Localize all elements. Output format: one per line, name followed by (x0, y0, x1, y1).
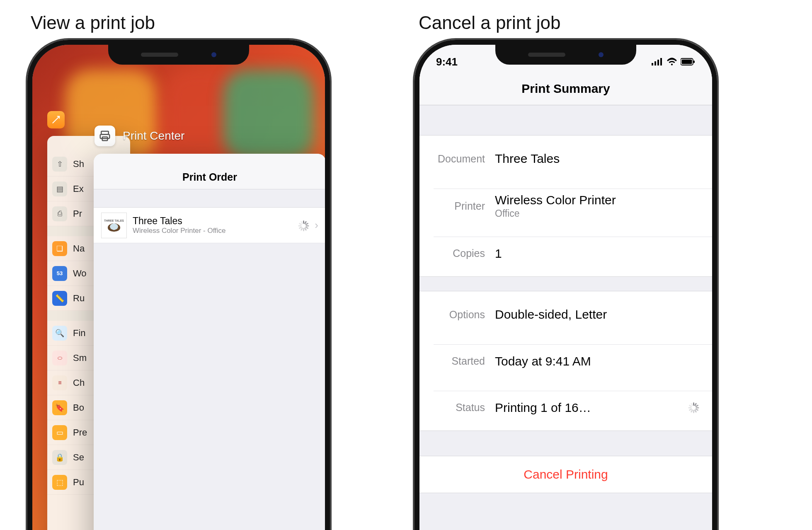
section-spacer (419, 105, 712, 135)
iphone-right: 9:41 Print Summary Document Three Tales (414, 40, 717, 530)
pages-menu-label: Pr (73, 208, 82, 219)
caption-view-print-job: View a print job (31, 12, 155, 33)
value-options: Double-sided, Letter (495, 307, 701, 322)
value-document: Three Tales (495, 152, 701, 166)
status-time: 9:41 (436, 56, 458, 68)
app-switcher-card-print-center[interactable]: Print Order THREE TALES Three Tales Wire… (94, 154, 326, 530)
svg-rect-3 (652, 63, 653, 65)
value-started: Today at 9:41 AM (495, 354, 701, 368)
pages-menu-label: Ru (73, 293, 85, 304)
row-copies: Copies 1 (419, 230, 712, 276)
list-spacer (94, 189, 326, 208)
svg-rect-9 (693, 61, 695, 63)
pages-menu-label: Bo (73, 402, 84, 413)
print-job-subtitle: Wireless Color Printer - Office (133, 227, 293, 235)
label-started: Started (434, 355, 495, 367)
pages-menu-label: Wo (73, 268, 87, 279)
pages-menu-label: Ex (73, 184, 84, 194)
row-document: Document Three Tales (419, 136, 712, 182)
thumb-caption: THREE TALES (104, 219, 124, 222)
pages-menu-label: Pre (73, 427, 87, 438)
spinner-icon (299, 220, 309, 230)
pages-menu-label: Sh (73, 159, 84, 169)
row-options: Options Double-sided, Letter (419, 291, 712, 338)
print-job-thumbnail: THREE TALES (101, 213, 127, 238)
battery-icon (681, 56, 696, 68)
summary-list-group2: Options Double-sided, Letter Started Tod… (419, 291, 712, 431)
label-copies: Copies (434, 247, 495, 259)
label-status: Status (434, 402, 495, 414)
label-document: Document (434, 153, 495, 165)
app-switcher-card-title: Print Center (95, 126, 184, 146)
label-printer: Printer (434, 200, 495, 212)
print-center-app-label: Print Center (123, 129, 184, 143)
pages-menu-label: Ch (73, 378, 85, 388)
value-status: Printing 1 of 16… (495, 401, 688, 415)
print-center-icon (95, 126, 115, 146)
app-switcher-screen[interactable]: ⇧Sh ▤Ex ⎙Pr ❏Na 53Wo 📏Ru 🔍Fin ⬭Sm ≣Ch 🔖B… (32, 45, 325, 530)
print-job-title: Three Tales (133, 215, 293, 227)
spinner-icon (688, 402, 699, 413)
value-printer: Wireless Color Printer (495, 193, 701, 207)
wifi-icon (667, 56, 677, 68)
cellular-icon (652, 56, 663, 68)
svg-rect-8 (682, 59, 692, 64)
svg-rect-4 (654, 61, 656, 65)
nav-title: Print Summary (419, 72, 712, 105)
print-job-row[interactable]: THREE TALES Three Tales Wireless Color P… (94, 208, 326, 243)
caption-cancel-print-job: Cancel a print job (419, 12, 560, 33)
label-options: Options (434, 309, 495, 321)
svg-rect-6 (660, 58, 662, 65)
row-started: Started Today at 9:41 AM (419, 338, 712, 384)
svg-rect-5 (657, 60, 659, 65)
row-status: Status Printing 1 of 16… (419, 384, 712, 431)
notch (108, 45, 249, 65)
pages-menu-label: Fin (73, 328, 86, 339)
value-printer-sub: Office (495, 208, 701, 219)
pages-menu-label: Pu (73, 477, 84, 488)
pages-menu-label: Se (73, 452, 84, 463)
value-copies: 1 (495, 247, 701, 261)
chevron-right-icon: › (315, 219, 318, 232)
cancel-printing-button[interactable]: Cancel Printing (419, 456, 712, 493)
cancel-printing-label: Cancel Printing (524, 467, 608, 482)
row-printer: Printer Wireless Color Printer Office (419, 182, 712, 230)
print-summary-screen: 9:41 Print Summary Document Three Tales (419, 45, 712, 530)
summary-list-group1: Document Three Tales Printer Wireless Co… (419, 135, 712, 277)
notch (495, 45, 636, 65)
pages-menu-label: Na (73, 243, 85, 254)
empty-list-area (94, 243, 326, 530)
pages-menu-label: Sm (73, 353, 87, 363)
print-order-header: Print Order (94, 154, 326, 189)
iphone-left: ⇧Sh ▤Ex ⎙Pr ❏Na 53Wo 📏Ru 🔍Fin ⬭Sm ≣Ch 🔖B… (27, 40, 330, 530)
pages-app-icon (47, 111, 65, 128)
